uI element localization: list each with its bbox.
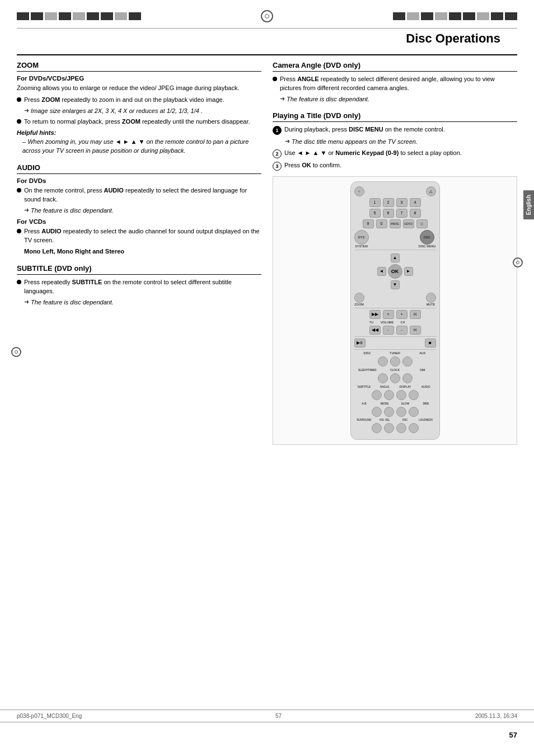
dbb-button[interactable] — [409, 407, 419, 417]
system-button[interactable]: SYS — [354, 230, 369, 245]
arrow-icon-1: ➜ — [24, 107, 29, 114]
btn-1[interactable]: 1 — [369, 198, 381, 207]
disc-menu-group: DISC DISC MENU — [419, 230, 436, 248]
left-margin-circle-inner — [15, 350, 18, 354]
label-surround: SURROUND — [354, 419, 374, 421]
label-tu: TU — [365, 321, 378, 324]
btn-ch-minus[interactable]: - — [396, 326, 407, 335]
clock-button[interactable] — [390, 373, 400, 383]
bullet-icon-5 — [17, 280, 21, 284]
camera-angle-note: ➜ The feature is disc dependant. — [280, 95, 517, 104]
audio-title: AUDIO — [17, 163, 261, 174]
remote-num-row2: 5 6 7 8 — [354, 209, 436, 218]
angle-button[interactable] — [384, 390, 394, 400]
btn-vol-minus[interactable]: - — [383, 326, 394, 335]
power-button[interactable]: ○ — [354, 186, 364, 196]
block-2 — [31, 12, 43, 20]
ab-button[interactable] — [372, 407, 382, 417]
block-5 — [73, 12, 85, 20]
btn-3[interactable]: 3 — [396, 198, 407, 207]
btn-h2[interactable]: H — [410, 326, 421, 335]
label-subtitle: SUBTITLE — [354, 385, 374, 388]
zoom-title: ZOOM — [17, 61, 261, 72]
subtitle-button[interactable] — [372, 390, 382, 400]
header-bar — [0, 0, 534, 22]
label-aux: AUX — [409, 351, 435, 355]
dsc-button[interactable] — [396, 423, 406, 433]
nav-left-button[interactable]: ◄ — [377, 267, 386, 276]
page-number: 57 — [509, 731, 517, 739]
step-3-number: 3 — [273, 162, 282, 171]
step-2-text: Use ◄ ► ▲ ▼ or Numeric Keypad (0-9) to s… — [284, 149, 517, 158]
arrow-icon-2: ➜ — [24, 206, 29, 214]
sleep-button[interactable] — [378, 373, 388, 383]
bullet-icon-6 — [273, 77, 277, 81]
btn-stop[interactable]: ■ — [425, 339, 436, 348]
zoom-button[interactable] — [354, 293, 364, 303]
remote-eject-group: △ — [426, 186, 436, 196]
btn-h1[interactable]: H — [410, 310, 421, 319]
display-button[interactable] — [396, 390, 406, 400]
btn-vol-plus[interactable]: + — [383, 310, 394, 319]
btn-8[interactable]: 8 — [410, 209, 421, 218]
block-4 — [59, 12, 71, 20]
subtitle-title: SUBTITLE (DVD only) — [17, 264, 261, 275]
mute-group: MUTE — [426, 293, 436, 306]
loudness-button[interactable] — [409, 423, 419, 433]
audio-vcds-bullet: Press AUDIO repeatedly to select the aud… — [17, 227, 261, 245]
btn-info[interactable]: ⓘ — [416, 219, 428, 228]
surround-button[interactable] — [372, 423, 382, 433]
remote-control: ○ △ 1 2 3 4 — [350, 181, 440, 440]
helpful-hints: Helpful hints: – When zooming in, you ma… — [17, 129, 261, 156]
remote-source-buttons — [354, 356, 436, 367]
btn-goto[interactable]: GOTO — [403, 219, 414, 228]
block-3 — [45, 12, 57, 20]
btn-7[interactable]: 7 — [396, 209, 407, 218]
remote-sleep-buttons — [354, 373, 436, 383]
audio-section: AUDIO For DVDs On the remote control, pr… — [17, 163, 261, 256]
nav-right-button[interactable]: ► — [404, 267, 413, 276]
slow-button[interactable] — [396, 407, 406, 417]
remote-power-group: ○ — [354, 186, 364, 196]
dim-button[interactable] — [402, 373, 413, 383]
audio-button[interactable] — [409, 390, 419, 400]
btn-0[interactable]: 0 — [376, 219, 387, 228]
mute-button[interactable] — [426, 293, 436, 303]
tuner-button[interactable] — [390, 356, 400, 367]
zoom-bullet-2-text: To return to normal playback, press ZOOM… — [24, 118, 261, 126]
block-6 — [87, 12, 99, 20]
btn-play-pause[interactable]: ▶II — [354, 339, 366, 348]
left-margin-circle — [11, 347, 21, 357]
btn-prog[interactable]: PROG — [390, 219, 401, 228]
volsel-button[interactable] — [384, 423, 394, 433]
btn-2[interactable]: 2 — [383, 198, 394, 207]
block-r7 — [477, 12, 489, 20]
btn-ff[interactable]: ▶▶ — [369, 310, 381, 319]
subtitle-note: ➜ The feature is disc dependant. — [24, 298, 261, 307]
mode-button[interactable] — [384, 407, 394, 417]
remote-row-power: ○ △ — [354, 186, 436, 196]
eject-button[interactable]: △ — [426, 186, 436, 196]
btn-6[interactable]: 6 — [383, 209, 394, 218]
page-title: Disc Operations — [17, 31, 517, 55]
btn-5[interactable]: 5 — [369, 209, 381, 218]
btn-4[interactable]: 4 — [410, 198, 421, 207]
right-margin-circle-inner — [516, 261, 519, 264]
disc-menu-button[interactable]: DISC — [420, 230, 434, 245]
remote-play-row: ▶II ■ — [354, 339, 436, 348]
btn-rew[interactable]: ◀◀ — [369, 326, 381, 335]
zoom-subsection: For DVDs/VCDs/JPEG — [17, 75, 261, 82]
label-ab: A-B — [354, 402, 374, 405]
ok-button[interactable]: OK — [388, 264, 402, 279]
disc-button[interactable] — [378, 356, 388, 367]
left-column: ZOOM For DVDs/VCDs/JPEG Zooming allows y… — [17, 61, 261, 453]
remote-num-row1: 1 2 3 4 — [354, 198, 436, 207]
label-loudness: LOUDNESS — [416, 419, 436, 421]
btn-9[interactable]: 9 — [363, 219, 374, 228]
nav-down-button[interactable]: ▼ — [391, 280, 400, 289]
aux-button[interactable] — [402, 356, 413, 367]
label-audio: AUDIO — [416, 385, 436, 388]
block-r5 — [449, 12, 461, 20]
nav-up-button[interactable]: ▲ — [391, 253, 400, 262]
btn-ch-plus[interactable]: + — [396, 310, 407, 319]
